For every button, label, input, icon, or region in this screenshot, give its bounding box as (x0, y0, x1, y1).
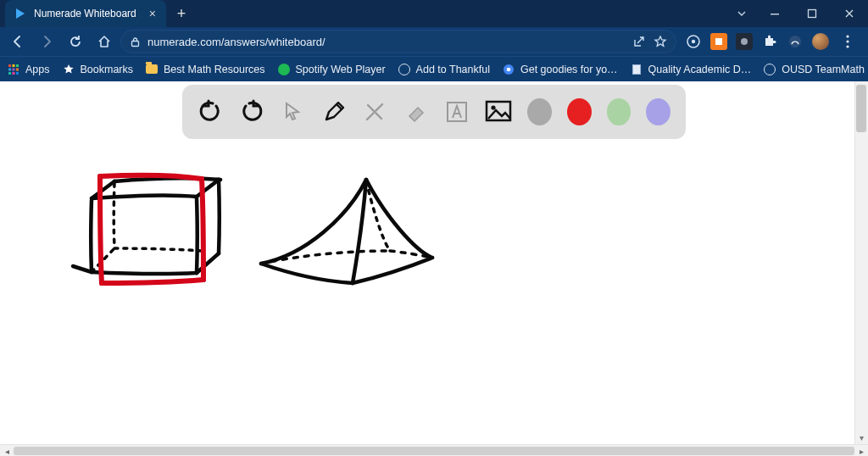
tab-close-icon[interactable]: × (147, 7, 158, 20)
bookmark-ousd[interactable]: OUSD TeamMath (763, 63, 865, 76)
svg-rect-12 (8, 64, 11, 67)
apps-label: Apps (25, 64, 50, 75)
spotify-icon (277, 63, 291, 76)
extension-icons (680, 33, 863, 50)
bookmark-goodies[interactable]: Get goodies for yo… (502, 63, 618, 76)
scroll-right-arrow-icon[interactable]: ▸ (854, 445, 868, 456)
svg-point-22 (507, 67, 511, 71)
svg-rect-20 (16, 72, 19, 75)
browser-menu-button[interactable] (837, 35, 858, 48)
globe-icon (398, 63, 411, 76)
lock-icon (130, 36, 141, 47)
bookmark-label: Bookmarks (81, 64, 134, 75)
nav-home-button[interactable] (92, 30, 117, 53)
bookmark-label: OUSD TeamMath (782, 64, 865, 75)
horizontal-scroll-thumb[interactable] (14, 447, 854, 455)
tab-title: Numerade Whiteboard (34, 8, 141, 19)
apps-grid-icon (7, 63, 20, 76)
new-tab-button[interactable]: + (170, 2, 193, 25)
bookmark-label: Best Math Resources (164, 64, 265, 75)
svg-rect-13 (13, 64, 15, 67)
extension-1-icon[interactable] (685, 33, 702, 50)
svg-rect-6 (715, 38, 722, 45)
url-text: numerade.com/answers/whiteboard/ (147, 36, 625, 48)
address-bar[interactable]: numerade.com/answers/whiteboard/ (120, 30, 676, 53)
bookmark-thankful[interactable]: Add to Thankful (398, 63, 490, 76)
profile-avatar[interactable] (812, 33, 829, 50)
doc-icon (630, 63, 643, 76)
bookmark-label: Get goodies for yo… (520, 64, 618, 75)
svg-point-5 (692, 40, 695, 43)
horizontal-scrollbar[interactable]: ◂ ▸ (0, 444, 868, 456)
bookmark-label: Quality Academic D… (648, 64, 752, 75)
svg-point-9 (846, 35, 849, 37)
globe-icon (763, 63, 776, 76)
svg-rect-19 (13, 72, 15, 75)
tab-favicon-icon (14, 7, 27, 20)
window-controls (727, 0, 868, 27)
vertical-scroll-thumb[interactable] (856, 85, 866, 132)
extensions-puzzle-icon[interactable] (761, 33, 778, 50)
extension-4-icon[interactable] (787, 33, 804, 50)
bookmark-label: Spotify Web Player (296, 64, 386, 75)
window-minimize-button[interactable] (756, 0, 793, 27)
tab-search-chevron-icon[interactable] (727, 0, 756, 27)
window-close-button[interactable] (831, 0, 868, 27)
star-icon (62, 63, 75, 76)
svg-rect-2 (809, 10, 816, 18)
bookmark-quality[interactable]: Quality Academic D… (630, 63, 752, 76)
folder-icon (145, 63, 159, 76)
whiteboard-viewport: ▾ (0, 81, 868, 444)
address-bar-row: numerade.com/answers/whiteboard/ (0, 27, 868, 56)
scroll-down-arrow-icon[interactable]: ▾ (854, 431, 868, 444)
svg-point-11 (846, 45, 849, 47)
drawing-pyramid (261, 180, 432, 283)
chrome-icon (502, 63, 515, 76)
whiteboard-canvas[interactable] (0, 81, 854, 444)
bookmark-star-icon[interactable] (654, 35, 667, 48)
nav-back-button[interactable] (5, 30, 31, 53)
bookmarks-bar: Apps Bookmarks Best Math Resources Spoti… (0, 56, 868, 81)
nav-forward-button[interactable] (34, 30, 59, 53)
svg-point-10 (846, 40, 849, 42)
bookmark-label: Add to Thankful (416, 64, 490, 75)
svg-point-7 (741, 38, 748, 45)
drawing-cube-red-front (100, 175, 203, 283)
svg-rect-14 (16, 64, 19, 67)
bookmark-best-math[interactable]: Best Math Resources (145, 63, 265, 76)
svg-rect-16 (13, 68, 15, 70)
extension-3-icon[interactable] (736, 33, 753, 50)
svg-rect-23 (632, 64, 640, 74)
svg-marker-0 (16, 8, 25, 19)
svg-rect-18 (8, 72, 11, 75)
drawing-cube (73, 179, 220, 275)
bookmark-spotify[interactable]: Spotify Web Player (277, 63, 386, 76)
share-icon[interactable] (632, 35, 645, 48)
svg-rect-3 (132, 41, 139, 46)
extension-2-icon[interactable] (710, 33, 727, 50)
window-titlebar: Numerade Whiteboard × + (0, 0, 868, 27)
svg-rect-1 (771, 14, 779, 14)
browser-tab-active[interactable]: Numerade Whiteboard × (5, 0, 166, 27)
nav-reload-button[interactable] (63, 30, 88, 53)
bookmark-bookmarks[interactable]: Bookmarks (62, 63, 134, 76)
scroll-left-arrow-icon[interactable]: ◂ (0, 445, 14, 456)
address-action-icons (632, 35, 667, 48)
svg-rect-17 (16, 68, 19, 70)
vertical-scrollbar[interactable]: ▾ (854, 81, 868, 444)
window-maximize-button[interactable] (793, 0, 831, 27)
apps-shortcut[interactable]: Apps (7, 63, 50, 76)
svg-rect-15 (8, 68, 11, 70)
